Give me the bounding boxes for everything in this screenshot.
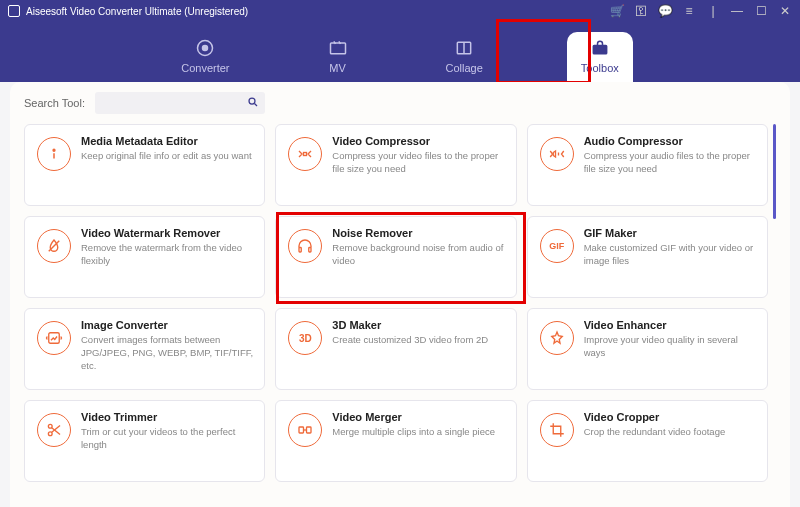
card-desc: Trim or cut your videos to the perfect l… bbox=[81, 426, 254, 452]
watermark-icon bbox=[37, 229, 71, 263]
search-row: Search Tool: bbox=[24, 92, 776, 114]
card-title: Media Metadata Editor bbox=[81, 135, 252, 147]
navbar: Converter MV Collage Toolbox bbox=[0, 22, 800, 82]
svg-point-15 bbox=[48, 424, 52, 428]
toolbox-icon bbox=[590, 38, 610, 58]
divider-icon: | bbox=[706, 4, 720, 18]
info-icon bbox=[37, 137, 71, 171]
card-desc: Create customized 3D video from 2D bbox=[332, 334, 488, 347]
search-label: Search Tool: bbox=[24, 97, 85, 109]
scrollbar[interactable] bbox=[773, 124, 776, 219]
tool-noise-remover[interactable]: Noise RemoverRemove background noise fro… bbox=[275, 216, 516, 298]
svg-point-16 bbox=[48, 432, 52, 436]
svg-point-1 bbox=[203, 46, 208, 51]
search-input[interactable] bbox=[101, 97, 247, 109]
maximize-icon[interactable]: ☐ bbox=[754, 4, 768, 18]
svg-rect-19 bbox=[299, 427, 304, 433]
image-convert-icon bbox=[37, 321, 71, 355]
key-icon[interactable]: ⚿ bbox=[634, 4, 648, 18]
3d-icon: 3D bbox=[288, 321, 322, 355]
card-desc: Merge multiple clips into a single piece bbox=[332, 426, 495, 439]
enhance-icon bbox=[540, 321, 574, 355]
nav-mv[interactable]: MV bbox=[314, 32, 362, 82]
card-title: Video Merger bbox=[332, 411, 495, 423]
scissors-icon bbox=[37, 413, 71, 447]
card-title: Video Watermark Remover bbox=[81, 227, 254, 239]
tool-watermark-remover[interactable]: Video Watermark RemoverRemove the waterm… bbox=[24, 216, 265, 298]
converter-icon bbox=[195, 38, 215, 58]
feedback-icon[interactable]: 💬 bbox=[658, 4, 672, 18]
tool-audio-compressor[interactable]: Audio CompressorCompress your audio file… bbox=[527, 124, 768, 206]
card-title: Video Cropper bbox=[584, 411, 726, 423]
card-title: Noise Remover bbox=[332, 227, 505, 239]
svg-rect-13 bbox=[309, 248, 311, 253]
app-logo-icon bbox=[8, 5, 20, 17]
svg-rect-10 bbox=[304, 153, 307, 156]
compress-icon bbox=[288, 137, 322, 171]
tool-grid-wrap: Media Metadata EditorKeep original file … bbox=[24, 124, 776, 494]
tool-video-merger[interactable]: Video MergerMerge multiple clips into a … bbox=[275, 400, 516, 482]
nav-converter[interactable]: Converter bbox=[167, 32, 243, 82]
titlebar: Aiseesoft Video Converter Ultimate (Unre… bbox=[0, 0, 800, 22]
card-title: GIF Maker bbox=[584, 227, 757, 239]
mv-icon bbox=[328, 38, 348, 58]
audio-compress-icon bbox=[540, 137, 574, 171]
gif-icon: GIF bbox=[540, 229, 574, 263]
card-desc: Crop the redundant video footage bbox=[584, 426, 726, 439]
nav-label: Collage bbox=[446, 62, 483, 74]
card-title: Video Trimmer bbox=[81, 411, 254, 423]
card-title: 3D Maker bbox=[332, 319, 488, 331]
collage-icon bbox=[454, 38, 474, 58]
card-desc: Remove background noise from audio of vi… bbox=[332, 242, 505, 268]
crop-icon bbox=[540, 413, 574, 447]
headphones-icon bbox=[288, 229, 322, 263]
titlebar-controls: 🛒 ⚿ 💬 ≡ | — ☐ ✕ bbox=[610, 4, 792, 18]
card-title: Audio Compressor bbox=[584, 135, 757, 147]
tool-grid: Media Metadata EditorKeep original file … bbox=[24, 124, 776, 482]
card-desc: Convert images formats between JPG/JPEG,… bbox=[81, 334, 254, 372]
nav-label: Toolbox bbox=[581, 62, 619, 74]
card-desc: Make customized GIF with your video or i… bbox=[584, 242, 757, 268]
tool-gif-maker[interactable]: GIF GIF MakerMake customized GIF with yo… bbox=[527, 216, 768, 298]
svg-rect-2 bbox=[330, 43, 345, 54]
tool-video-trimmer[interactable]: Video TrimmerTrim or cut your videos to … bbox=[24, 400, 265, 482]
card-desc: Compress your audio files to the proper … bbox=[584, 150, 757, 176]
card-title: Video Compressor bbox=[332, 135, 505, 147]
merge-icon bbox=[288, 413, 322, 447]
svg-rect-12 bbox=[299, 248, 301, 253]
tool-video-enhancer[interactable]: Video EnhancerImprove your video quality… bbox=[527, 308, 768, 390]
card-desc: Remove the watermark from the video flex… bbox=[81, 242, 254, 268]
card-desc: Compress your video files to the proper … bbox=[332, 150, 505, 176]
cart-icon[interactable]: 🛒 bbox=[610, 4, 624, 18]
svg-rect-20 bbox=[307, 427, 312, 433]
search-icon[interactable] bbox=[247, 96, 259, 111]
tool-metadata-editor[interactable]: Media Metadata EditorKeep original file … bbox=[24, 124, 265, 206]
tool-video-cropper[interactable]: Video CropperCrop the redundant video fo… bbox=[527, 400, 768, 482]
content-area: Search Tool: Media Metadata EditorKeep o… bbox=[10, 82, 790, 507]
close-icon[interactable]: ✕ bbox=[778, 4, 792, 18]
nav-toolbox[interactable]: Toolbox bbox=[567, 32, 633, 82]
tool-video-compressor[interactable]: Video CompressorCompress your video file… bbox=[275, 124, 516, 206]
nav-label: Converter bbox=[181, 62, 229, 74]
card-title: Image Converter bbox=[81, 319, 254, 331]
app-title: Aiseesoft Video Converter Ultimate (Unre… bbox=[26, 6, 610, 17]
nav-collage[interactable]: Collage bbox=[432, 32, 497, 82]
svg-line-7 bbox=[254, 103, 257, 106]
search-box[interactable] bbox=[95, 92, 265, 114]
tool-3d-maker[interactable]: 3D 3D MakerCreate customized 3D video fr… bbox=[275, 308, 516, 390]
card-desc: Keep original file info or edit as you w… bbox=[81, 150, 252, 163]
svg-point-6 bbox=[249, 98, 255, 104]
card-title: Video Enhancer bbox=[584, 319, 757, 331]
nav-label: MV bbox=[329, 62, 346, 74]
svg-point-8 bbox=[53, 149, 55, 151]
minimize-icon[interactable]: — bbox=[730, 4, 744, 18]
menu-icon[interactable]: ≡ bbox=[682, 4, 696, 18]
card-desc: Improve your video quality in several wa… bbox=[584, 334, 757, 360]
svg-rect-5 bbox=[593, 46, 606, 54]
tool-image-converter[interactable]: Image ConverterConvert images formats be… bbox=[24, 308, 265, 390]
